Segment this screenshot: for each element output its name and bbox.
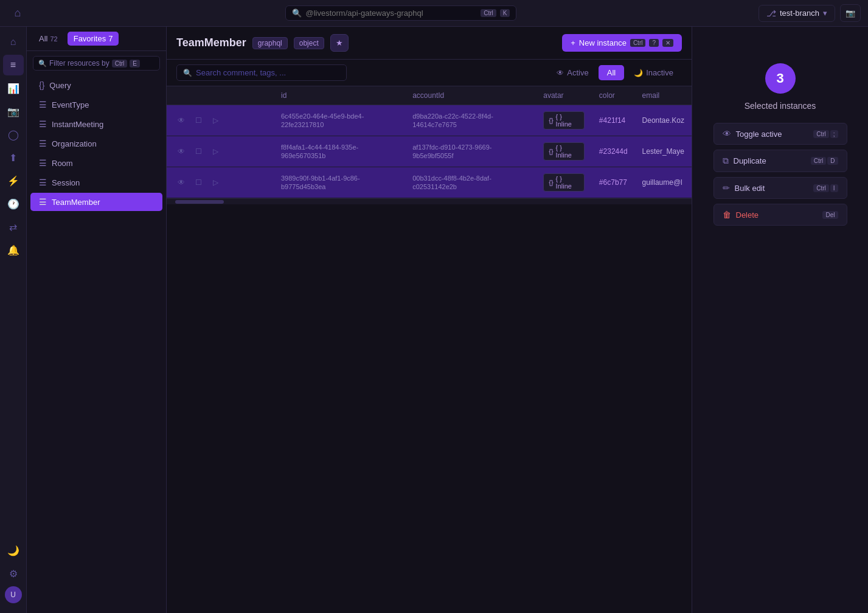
- duplicate-button[interactable]: ⧉ Duplicate Ctrl D: [713, 150, 847, 172]
- delete-label: Delete: [736, 210, 818, 220]
- tab-all[interactable]: All 72: [33, 32, 64, 46]
- global-search-input[interactable]: [305, 9, 477, 18]
- sidebar-icon-network[interactable]: ⇄: [3, 216, 24, 237]
- filter-kbd-e: E: [130, 60, 140, 68]
- sidebar-icon-home[interactable]: ⌂: [3, 32, 24, 52]
- row-expand-button[interactable]: ▷: [208, 144, 223, 159]
- toggle-active-icon: 👁: [723, 129, 731, 139]
- sidebar-icon-settings[interactable]: ⚙: [3, 563, 24, 584]
- filter-tab-active[interactable]: 👁 Active: [548, 65, 597, 80]
- row-avatar-value: {} { } Inline: [543, 111, 585, 130]
- icon-sidebar: ⌂ ≡ 📊 📷 ◯ ⬆ ⚡ 🕐 ⇄ 🔔 🌙 ⚙ U: [0, 27, 27, 613]
- toggle-active-button[interactable]: 👁 Toggle active Ctrl ;: [713, 123, 847, 145]
- sidebar-icon-ring[interactable]: ◯: [3, 124, 24, 145]
- query-icon: {}: [39, 80, 44, 90]
- sidebar-icon-data[interactable]: ≡: [3, 55, 24, 75]
- table-search[interactable]: 🔍 Search comment, tags, ...: [176, 64, 347, 81]
- sidebar-icon-upload[interactable]: ⬆: [3, 147, 24, 168]
- row-expand-button[interactable]: ▷: [208, 113, 223, 128]
- row-checkbox[interactable]: ☐: [191, 113, 206, 128]
- toggle-active-kbd1: Ctrl: [813, 130, 829, 138]
- moon-filter-icon: 🌙: [634, 69, 643, 77]
- user-avatar[interactable]: U: [5, 586, 22, 603]
- sidebar-item-teammember[interactable]: ☰ TeamMember: [30, 193, 162, 211]
- sidebar-bottom: 🌙 ⚙ U: [3, 540, 24, 608]
- bulk-edit-label: Bulk edit: [735, 184, 809, 193]
- delete-button[interactable]: 🗑 Delete Del: [713, 204, 847, 226]
- col-email[interactable]: email: [635, 86, 692, 105]
- table-row[interactable]: 👁 ☐ ▷ f8f4afa1-4c44-4184-935e-969e567035…: [167, 136, 692, 167]
- sidebar-icon-chart[interactable]: 📊: [3, 78, 24, 99]
- row-eye-button[interactable]: 👁: [174, 175, 189, 190]
- filter-tab-all[interactable]: All: [599, 65, 624, 80]
- col-accountid[interactable]: accountId: [405, 86, 536, 105]
- filter-tab-all-label: All: [607, 68, 616, 77]
- horizontal-scrollbar[interactable]: [167, 198, 692, 204]
- row-email-value: guillaume@l: [642, 178, 682, 187]
- filter-tab-inactive-label: Inactive: [646, 68, 673, 77]
- filter-placeholder: Filter resources by: [49, 59, 109, 68]
- sidebar-icon-camera[interactable]: 📷: [3, 101, 24, 122]
- row-eye-button[interactable]: 👁: [174, 113, 189, 128]
- sidebar-item-organization[interactable]: ☰ Organization: [30, 134, 162, 153]
- row-accountid: d9ba220a-c22c-4522-8f4d-14614c7e7675: [405, 105, 536, 136]
- room-icon: ☰: [39, 158, 47, 168]
- scrollbar-thumb[interactable]: [175, 200, 224, 204]
- search-kbd-ctrl: Ctrl: [481, 9, 496, 17]
- row-color-value: #23244d: [599, 147, 628, 156]
- row-email: guillaume@l: [635, 167, 692, 198]
- col-avatar[interactable]: avatar: [536, 86, 592, 105]
- tag-graphql[interactable]: graphql: [252, 37, 288, 49]
- bulk-edit-kbd1: Ctrl: [813, 184, 829, 192]
- sidebar-item-instantmeeting[interactable]: ☰ InstantMeeting: [30, 115, 162, 133]
- col-id[interactable]: id: [274, 86, 405, 105]
- sidebar-item-eventtype[interactable]: ☰ EventType: [30, 95, 162, 114]
- sidebar-item-room[interactable]: ☰ Room: [30, 154, 162, 172]
- row-accountid-value: d9ba220a-c22c-4522-8f4d-14614c7e7675: [412, 113, 493, 128]
- sidebar-item-query[interactable]: {} Query: [30, 76, 162, 94]
- nav-header: All 72 Favorites 7: [27, 27, 166, 51]
- col-color[interactable]: color: [592, 86, 635, 105]
- table-row[interactable]: 👁 ☐ ▷ 6c455e20-464e-45e9-bde4-22fe232178…: [167, 105, 692, 136]
- row-checkbox[interactable]: ☐: [191, 175, 206, 190]
- filter-kbd-ctrl: Ctrl: [112, 60, 128, 68]
- tag-object[interactable]: object: [294, 37, 324, 49]
- topbar: ⌂ 🔍 Ctrl K ⎇ test-branch ▾ 📷: [0, 0, 868, 27]
- bulk-edit-kbd2: I: [830, 184, 838, 192]
- bulk-edit-kbd: Ctrl I: [813, 184, 838, 192]
- row-id-value: f8f4afa1-4c44-4184-935e-969e5670351b: [281, 144, 358, 159]
- row-email-value: Deontae.Koz: [642, 116, 684, 125]
- home-nav-icon[interactable]: ⌂: [7, 3, 28, 24]
- content-area: TeamMember graphql object ★ + New instan…: [167, 27, 692, 613]
- row-avatar: {} { } Inline: [536, 167, 592, 198]
- table-row[interactable]: 👁 ☐ ▷ 3989c90f-9bb1-4af1-9c86-b9775d45b3…: [167, 167, 692, 198]
- filter-tab-inactive[interactable]: 🌙 Inactive: [625, 65, 682, 80]
- filter-input[interactable]: 🔍 Filter resources by Ctrl E: [33, 56, 160, 71]
- selected-count-badge: 3: [765, 63, 796, 94]
- row-expand-button[interactable]: ▷: [208, 175, 223, 190]
- row-accountid: 00b31dcc-48f8-4b2e-8daf-c02531142e2b: [405, 167, 536, 198]
- row-eye-button[interactable]: 👁: [174, 144, 189, 159]
- sidebar-icon-lightning[interactable]: ⚡: [3, 170, 24, 191]
- tab-favorites-count: 7: [108, 34, 113, 43]
- sidebar-icon-moon[interactable]: 🌙: [3, 540, 24, 561]
- row-avatar: {} { } Inline: [536, 136, 592, 167]
- camera-icon: 📷: [845, 9, 855, 18]
- global-search-bar[interactable]: 🔍 Ctrl K: [285, 5, 516, 21]
- bulk-edit-button[interactable]: ✏ Bulk edit Ctrl I: [713, 177, 847, 199]
- sidebar-icon-bell[interactable]: 🔔: [3, 240, 24, 260]
- table-search-icon: 🔍: [183, 69, 192, 77]
- filter-bar: 🔍 Filter resources by Ctrl E: [27, 51, 166, 75]
- session-icon: ☰: [39, 178, 47, 187]
- screenshot-button[interactable]: 📷: [840, 4, 861, 22]
- star-button[interactable]: ★: [330, 34, 349, 52]
- table-wrapper: id accountId avatar color email 👁 ☐: [167, 86, 692, 613]
- sidebar-icon-history[interactable]: 🕐: [3, 193, 24, 214]
- branch-selector[interactable]: ⎇ test-branch ▾: [759, 5, 835, 22]
- row-checkbox[interactable]: ☐: [191, 144, 206, 159]
- tab-favorites[interactable]: Favorites 7: [68, 32, 119, 46]
- table-search-placeholder: Search comment, tags, ...: [196, 68, 286, 77]
- col-actions: [167, 86, 230, 105]
- sidebar-item-session[interactable]: ☰ Session: [30, 173, 162, 192]
- new-instance-button[interactable]: + New instance Ctrl ? ✕: [562, 34, 682, 52]
